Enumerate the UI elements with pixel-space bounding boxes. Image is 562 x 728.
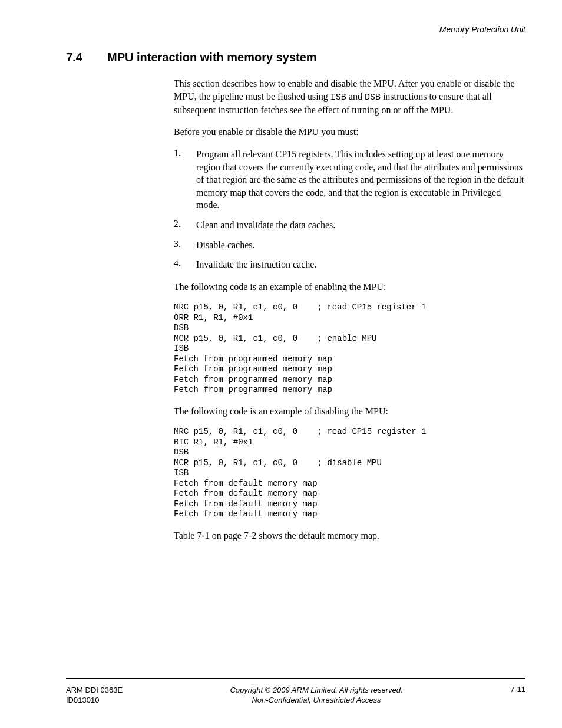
code-block-disable: MRC p15, 0, R1, c1, c0, 0 ; read CP15 re… [174, 427, 525, 520]
list-item-number: 3. [174, 239, 196, 252]
footer-rule [66, 678, 525, 679]
body-column: This section describes how to enable and… [174, 77, 525, 542]
paragraph-intro: This section describes how to enable and… [174, 77, 525, 116]
list-item-text: Invalidate the instruction cache. [196, 258, 316, 271]
list-item-number: 2. [174, 219, 196, 232]
code-inline-isb: ISB [330, 93, 346, 103]
list-item: 3. Disable caches. [174, 239, 525, 252]
list-item: 4. Invalidate the instruction cache. [174, 258, 525, 271]
footer-row: ARM DDI 0363E ID013010 Copyright © 2009 … [66, 685, 525, 706]
running-header: Memory Protection Unit [439, 25, 525, 34]
content-area: 7.4 MPU interaction with memory system T… [66, 51, 525, 552]
footer-center: Copyright © 2009 ARM Limited. All rights… [123, 685, 510, 706]
list-item-text: Clean and invalidate the data caches. [196, 219, 335, 232]
section-number: 7.4 [66, 51, 107, 64]
page: Memory Protection Unit 7.4 MPU interacti… [0, 0, 562, 728]
section-title: MPU interaction with memory system [107, 51, 317, 64]
footer-copyright: Copyright © 2009 ARM Limited. All rights… [123, 685, 510, 696]
footer-classification: Non-Confidential, Unrestricted Access [123, 695, 510, 706]
page-footer: ARM DDI 0363E ID013010 Copyright © 2009 … [66, 678, 525, 706]
list-item: 2. Clean and invalidate the data caches. [174, 219, 525, 232]
paragraph-code1-intro: The following code is an example of enab… [174, 281, 525, 294]
footer-id: ID013010 [66, 695, 123, 706]
footer-doc-id: ARM DDI 0363E [66, 685, 123, 696]
paragraph-table-ref: Table 7-1 on page 7-2 shows the default … [174, 529, 525, 542]
list-item-text: Disable caches. [196, 239, 255, 252]
paragraph-code2-intro: The following code is an example of disa… [174, 405, 525, 418]
list-item-text: Program all relevant CP15 registers. Thi… [196, 148, 525, 212]
ordered-list: 1. Program all relevant CP15 registers. … [174, 148, 525, 271]
footer-left: ARM DDI 0363E ID013010 [66, 685, 123, 706]
paragraph-before-list: Before you enable or disable the MPU you… [174, 126, 525, 139]
list-item-number: 1. [174, 148, 196, 212]
text-fragment: and [346, 91, 365, 101]
code-inline-dsb: DSB [365, 93, 381, 103]
list-item: 1. Program all relevant CP15 registers. … [174, 148, 525, 212]
footer-page-number: 7-11 [510, 685, 525, 694]
code-block-enable: MRC p15, 0, R1, c1, c0, 0 ; read CP15 re… [174, 302, 525, 396]
list-item-number: 4. [174, 258, 196, 271]
section-heading: 7.4 MPU interaction with memory system [66, 51, 525, 64]
